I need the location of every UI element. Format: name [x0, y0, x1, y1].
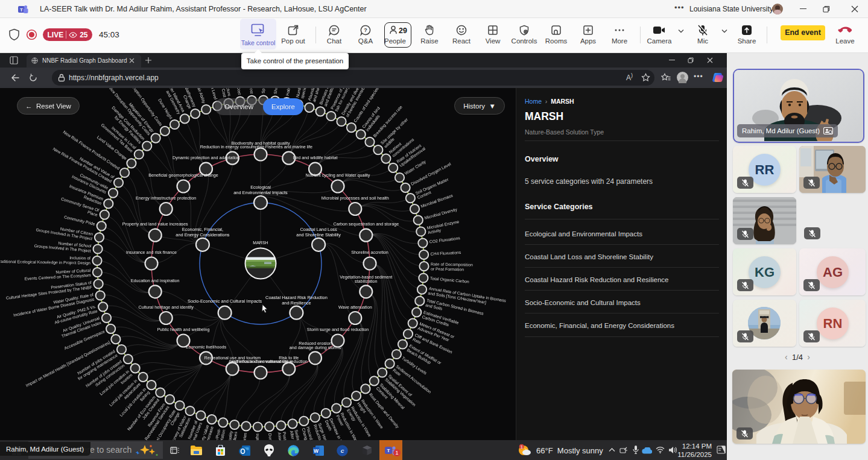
svg-text:and Resilience: and Resilience [282, 300, 311, 306]
svg-text:Inclusion ofTraditional Ecolog: Inclusion ofTraditional Ecological Knowl… [0, 254, 90, 266]
svg-text:Microbial Diversity: Microbial Diversity [424, 207, 458, 221]
svg-text:Wave attenuation: Wave attenuation [338, 304, 372, 310]
svg-text:Coastal Hazard Risk Reduction: Coastal Hazard Risk Reduction [265, 295, 328, 300]
svg-text:Energy Saving Cost: Energy Saving Cost [232, 88, 242, 95]
svg-text:Insurance and risk finance: Insurance and risk finance [126, 250, 177, 255]
svg-text:C: C [341, 449, 344, 454]
svg-text:Socio-Economic and Cultural Im: Socio-Economic and Cultural Impacts [188, 298, 262, 304]
svg-text:Cultural heritage and identity: Cultural heritage and identity [138, 304, 194, 310]
svg-text:Public health and wellbeing: Public health and wellbeing [157, 327, 209, 332]
svg-text:Carbon sequestration and stora: Carbon sequestration and storage [333, 221, 399, 227]
svg-text:and damage during storms: and damage during storms [290, 345, 341, 350]
svg-text:Species Richness: Species Richness [261, 88, 267, 93]
svg-text:Number of Injuries: Number of Injuries [240, 432, 248, 440]
svg-text:MARSH: MARSH [253, 241, 268, 245]
svg-text:Property and land value increa: Property and land value increases [122, 221, 188, 227]
svg-text:Shannon Diversity Index: Shannon Diversity Index [273, 88, 282, 94]
svg-text:Total Organic Carbon: Total Organic Carbon [430, 276, 470, 285]
svg-text:Rate of Decompositionor Peat F: Rate of Decompositionor Peat Formation [431, 262, 473, 271]
svg-text:Bird and wildlife habitat: Bird and wildlife habitat [293, 155, 338, 160]
svg-text:CO2 Fluxuations: CO2 Fluxuations [429, 236, 460, 244]
svg-text:Post-Storm DamageAssessments: Post-Storm DamageAssessments [277, 432, 291, 440]
svg-text:Ecological: Ecological [250, 184, 271, 190]
svg-text:W: W [314, 448, 319, 454]
svg-text:Number of CitizenGroups Involv: Number of CitizenGroups Involved in The … [36, 222, 93, 241]
svg-text:Grey InfrastructureMaintenance: Grey InfrastructureMaintenance Cost [216, 88, 232, 98]
svg-text:and Energy Considerations: and Energy Considerations [176, 232, 229, 238]
svg-text:Number of Deaths: Number of Deaths [255, 433, 259, 440]
svg-text:Shoreline accretion: Shoreline accretion [351, 250, 388, 255]
svg-text:Microbial EnzymeActivity: Microbial EnzymeActivity [426, 219, 461, 235]
svg-text:?: ? [364, 27, 367, 33]
svg-text:stabilization: stabilization [355, 279, 378, 284]
svg-text:Coastal Land Loss: Coastal Land Loss [300, 227, 337, 232]
svg-text:Scenic QualityIndices: Scenic QualityIndices [225, 430, 238, 440]
svg-text:Education and inspiration: Education and inspiration [131, 278, 180, 283]
svg-text:Beneficial geomorphological ch: Beneficial geomorphological change [148, 172, 218, 178]
svg-text:Number of SchoolGroups Involve: Number of SchoolGroups Involved in The P… [34, 239, 92, 253]
svg-text:Dune Volume Change: Dune Volume Change [267, 433, 274, 440]
svg-text:CH4 Fluxuations: CH4 Fluxuations [430, 250, 461, 256]
svg-text:Dynamic protection and adaptat: Dynamic protection and adaptation [173, 155, 239, 160]
svg-text:Fisheries and marine life: Fisheries and marine life [265, 144, 312, 150]
svg-text:Number of CulturalEvents Cente: Number of CulturalEvents Centered on The… [24, 268, 91, 282]
svg-text:Rebuilding Cost: Rebuilding Cost [247, 88, 254, 94]
svg-text:and Shoreline Stability: and Shoreline Stability [296, 232, 341, 238]
svg-text:Economic livelihoods: Economic livelihoods [186, 344, 227, 350]
svg-text:Reduction in energy consumptio: Reduction in energy consumption [200, 144, 265, 150]
svg-text:Economic, Financial,: Economic, Financial, [182, 227, 223, 232]
svg-text:Energy infrastructure protecti: Energy infrastructure protection [136, 195, 196, 201]
svg-text:and Environmental Impacts: and Environmental Impacts [233, 190, 288, 195]
svg-text:Microbial processes and soil h: Microbial processes and soil health [322, 195, 389, 201]
svg-text:Storm surge and flood reductio: Storm surge and flood reduction [307, 327, 369, 332]
svg-text:Sediment LossAfter Storms: Sediment LossAfter Storms [290, 429, 304, 440]
svg-text:Nutrient cycling and Water qua: Nutrient cycling and Water quality [306, 172, 370, 178]
svg-text:Community Pride: Community Pride [63, 215, 95, 227]
svg-text:1: 1 [521, 444, 523, 450]
svg-text:T: T [387, 448, 390, 453]
svg-text:Habitat Area Extent: Habitat Area Extent [285, 88, 295, 96]
svg-text:and infrastructure vulnerabili: and infrastructure vulnerability reducti… [230, 359, 307, 364]
svg-text:T: T [20, 7, 23, 13]
